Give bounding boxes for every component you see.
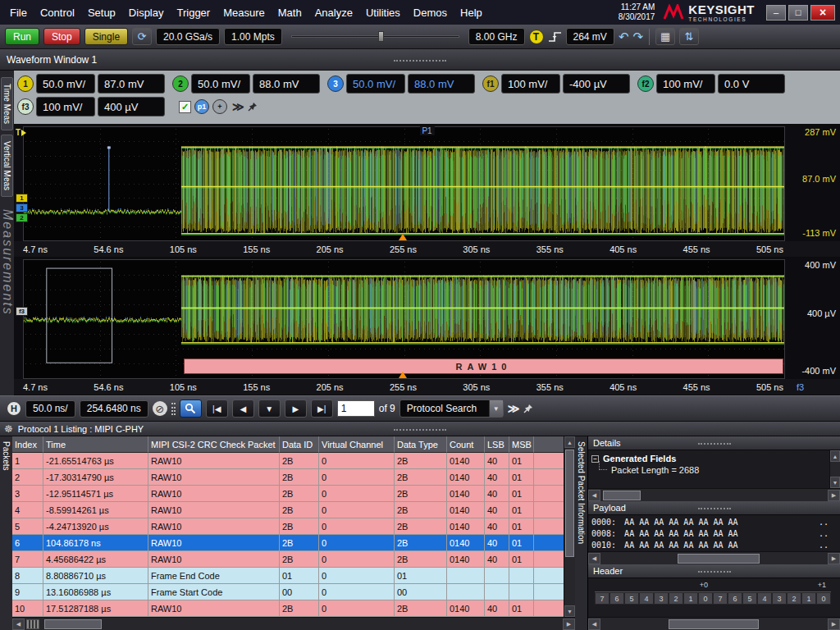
nav-next-button[interactable]: ▶ xyxy=(285,399,307,418)
redo-icon[interactable]: ↷ xyxy=(632,30,643,44)
table-hscroll-thumb[interactable] xyxy=(44,619,102,629)
stop-button[interactable]: Stop xyxy=(43,28,80,45)
bandwidth-box[interactable]: 8.00 GHz xyxy=(468,28,525,45)
menu-item-demos[interactable]: Demos xyxy=(407,2,454,23)
search-index-input[interactable] xyxy=(337,400,375,417)
nav-first-button[interactable]: |◀ xyxy=(206,399,228,418)
packet-row-5[interactable]: 5-4.24713920 µsRAW102B02B01404001 xyxy=(12,518,564,535)
slider-thumb[interactable] xyxy=(378,31,384,42)
payload-scroll-left-icon[interactable]: ◀ xyxy=(588,553,600,564)
payload-drag-handle[interactable] xyxy=(698,508,731,509)
channel-badge-2[interactable]: 2 xyxy=(172,75,189,92)
splitter-collapse-icon[interactable]: ◀ xyxy=(12,619,25,630)
channel-offset-f1[interactable]: -400 µV xyxy=(563,74,630,94)
column-header-data-type[interactable]: Data Type xyxy=(395,436,447,453)
payload-hscroll-track[interactable] xyxy=(600,553,828,564)
table-vscroll-track[interactable] xyxy=(564,448,575,605)
details-scroll-left-icon[interactable]: ◀ xyxy=(588,490,600,501)
channel-scale-3[interactable]: 50.0 mV/ xyxy=(346,74,405,94)
details-vertical-scrollbar[interactable]: ▲ ▼ xyxy=(829,450,840,488)
minimize-button[interactable]: – xyxy=(766,5,786,21)
packet-row-4[interactable]: 4-8.59914261 µsRAW102B02B01404001 xyxy=(12,502,564,518)
search-type-dropdown[interactable]: Protocol Search ▼ xyxy=(399,399,504,418)
column-header-msb[interactable]: MSB xyxy=(509,436,534,453)
packet-row-8[interactable]: 88.80886710 µsFrame End Code01001 xyxy=(12,568,564,584)
table-hscroll-track[interactable] xyxy=(41,619,563,630)
drag-handle[interactable] xyxy=(394,60,446,62)
menu-item-display[interactable]: Display xyxy=(122,2,171,23)
packets-label[interactable]: Packets xyxy=(2,441,11,630)
packet-row-9[interactable]: 913.16086988 µsFrame Start Code00000 xyxy=(12,584,564,600)
display-grid-icon[interactable]: ▦ xyxy=(655,28,675,45)
channel-tag-2[interactable]: 2 xyxy=(16,213,28,222)
timebase-scale-box[interactable]: 50.0 ns/ xyxy=(25,400,75,418)
channel-tag-f3[interactable]: f3 xyxy=(16,307,28,316)
header-section-header[interactable]: Header xyxy=(588,564,840,578)
trigger-level-box[interactable]: 264 mV xyxy=(566,28,614,45)
menu-item-analyze[interactable]: Analyze xyxy=(308,2,359,23)
splitter-grip[interactable] xyxy=(26,619,39,629)
run-button[interactable]: Run xyxy=(5,28,39,45)
close-button[interactable]: × xyxy=(810,5,835,21)
timebase-position-box[interactable]: 254.6480 ns xyxy=(80,400,148,418)
p1-marker-label[interactable]: P1 xyxy=(419,126,434,135)
menu-item-utilities[interactable]: Utilities xyxy=(359,2,407,23)
scroll-down-icon[interactable]: ▼ xyxy=(564,605,575,617)
hbar-chevrons-icon[interactable]: ≫ xyxy=(508,402,520,415)
pin-icon[interactable] xyxy=(248,102,258,112)
nav-last-button[interactable]: ▶| xyxy=(311,399,333,418)
tab-time-meas[interactable]: Time Meas xyxy=(1,77,13,130)
menu-item-math[interactable]: Math xyxy=(272,2,308,23)
hbar-pin-icon[interactable] xyxy=(523,404,533,413)
details-hscroll-thumb[interactable] xyxy=(603,491,641,500)
table-vertical-scrollbar[interactable]: ▲ ▼ xyxy=(564,436,575,617)
menu-item-measure[interactable]: Measure xyxy=(217,2,272,23)
channel-badge-1[interactable]: 1 xyxy=(17,75,34,92)
search-zoom-button[interactable] xyxy=(180,399,202,418)
channel-offset-1[interactable]: 87.0 mV xyxy=(98,74,165,94)
more-chevrons-icon[interactable]: ≫ xyxy=(232,100,244,113)
packet-row-6[interactable]: 6104.86178 nsRAW102B02B01404001 xyxy=(12,535,564,551)
channel-scale-f2[interactable]: 100 mV/ xyxy=(656,74,715,94)
trigger-edge-icon[interactable] xyxy=(548,31,562,43)
table-horizontal-scrollbar[interactable]: ◀ ▶ xyxy=(12,617,575,630)
payload-horizontal-scrollbar[interactable]: ◀ ▶ xyxy=(588,551,840,564)
details-horizontal-scrollbar[interactable]: ◀ ▶ xyxy=(588,488,840,501)
header-scroll-right-icon[interactable]: ▶ xyxy=(828,619,840,630)
details-vscroll-track[interactable] xyxy=(830,462,840,477)
acquisition-slider[interactable] xyxy=(291,30,459,43)
column-header-count[interactable]: Count xyxy=(447,436,485,453)
acquire-mode-icon[interactable]: ⟳ xyxy=(132,28,152,45)
gear-icon[interactable]: ☸ xyxy=(4,423,13,435)
packet-row-7[interactable]: 74.45686422 µsRAW102B02B01404001 xyxy=(12,551,564,568)
channel-tag-3[interactable]: 3 xyxy=(16,203,28,212)
column-header-data-id[interactable]: Data ID xyxy=(280,436,319,453)
channel-tag-1[interactable]: 1 xyxy=(16,194,28,203)
channel-scale-1[interactable]: 50.0 mV/ xyxy=(36,74,95,94)
menu-item-control[interactable]: Control xyxy=(34,2,81,23)
details-scroll-down-icon[interactable]: ▼ xyxy=(830,477,840,488)
channel-badge-3[interactable]: 3 xyxy=(327,75,344,92)
undo-icon[interactable]: ↶ xyxy=(619,30,629,44)
channel-offset-3[interactable]: 88.0 mV xyxy=(408,74,475,94)
single-button[interactable]: Single xyxy=(84,28,128,45)
tree-group-row[interactable]: − Generated Fields xyxy=(591,452,829,465)
pointer-tools-icon[interactable]: ⇅ xyxy=(679,28,699,45)
packet-row-2[interactable]: 2-17.30314790 µsRAW102B02B01404001 xyxy=(12,469,564,486)
details-scroll-right-icon[interactable]: ▶ xyxy=(828,490,840,501)
details-scroll-up-icon[interactable]: ▲ xyxy=(830,450,840,462)
column-header-lsb[interactable]: LSB xyxy=(485,436,509,453)
payload-scroll-right-icon[interactable]: ▶ xyxy=(828,553,840,564)
channel-scale-2[interactable]: 50.0 mV/ xyxy=(191,74,250,94)
measurements-window-label[interactable]: Measurements xyxy=(0,209,15,316)
toolbar-grip[interactable] xyxy=(171,403,176,415)
tree-collapse-icon[interactable]: − xyxy=(591,455,599,463)
trigger-badge[interactable]: T xyxy=(529,30,544,44)
details-section-header[interactable]: Details xyxy=(588,436,840,450)
header-hscroll-thumb[interactable] xyxy=(669,619,759,629)
menu-item-file[interactable]: File xyxy=(3,2,34,23)
dropdown-arrow-icon[interactable]: ▼ xyxy=(489,400,503,417)
details-hscroll-track[interactable] xyxy=(600,490,828,501)
payload-hscroll-thumb[interactable] xyxy=(678,554,760,564)
menu-item-help[interactable]: Help xyxy=(454,2,489,23)
